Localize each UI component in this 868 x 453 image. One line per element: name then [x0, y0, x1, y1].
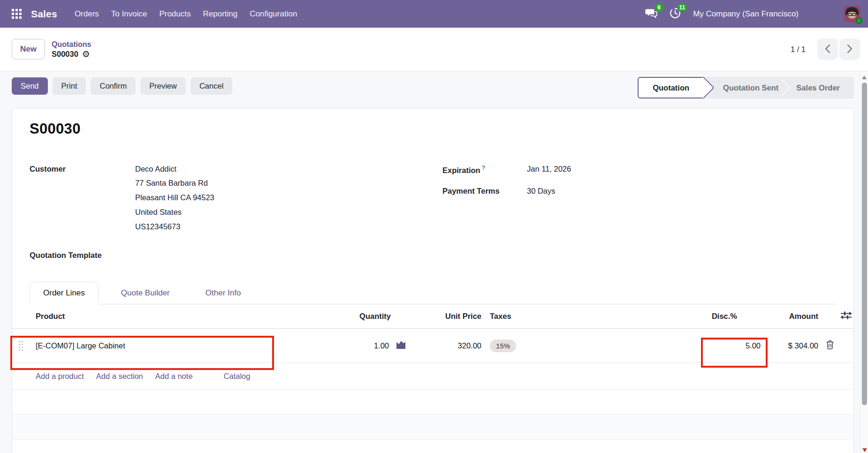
tab-other-info[interactable]: Other Info — [192, 282, 254, 304]
cell-quantity[interactable]: 1.00 — [374, 341, 389, 350]
main-menu: Orders To Invoice Products Reporting Con… — [69, 5, 303, 23]
chevron-right-icon — [846, 44, 853, 55]
messages-icon — [645, 12, 657, 20]
activity-clock-icon — [670, 12, 681, 20]
add-product-link[interactable]: Add a product — [36, 372, 84, 381]
cell-unit-price[interactable]: 320.00 — [409, 341, 482, 350]
order-lines-header: Product Quantity Unit Price Taxes Disc.%… — [12, 304, 853, 329]
status-bar: Quotation Quotation Sent Sales Order — [638, 77, 854, 98]
breadcrumb-quotations-link[interactable]: Quotations — [52, 40, 91, 49]
customer-address-line: United States — [135, 205, 214, 219]
preview-button[interactable]: Preview — [140, 77, 186, 95]
scrollbar-thumb[interactable] — [862, 83, 867, 405]
forecast-chart-icon[interactable] — [395, 340, 407, 352]
breadcrumb: Quotations S00030 ⚙ — [52, 40, 91, 59]
expiration-date-field[interactable]: Jan 11, 2026 — [527, 165, 571, 175]
optional-columns-icon[interactable] — [840, 311, 853, 322]
action-buttons: Send Print Confirm Preview Cancel — [12, 77, 232, 95]
menu-reporting[interactable]: Reporting — [197, 5, 244, 23]
menu-products[interactable]: Products — [153, 5, 197, 23]
activities-button[interactable]: 11 — [670, 8, 681, 21]
cancel-button[interactable]: Cancel — [190, 77, 232, 95]
cell-taxes-badge[interactable]: 15% — [490, 340, 516, 352]
messages-button[interactable]: 6 — [645, 8, 657, 21]
column-header-discount[interactable]: Disc.% — [554, 312, 761, 321]
help-question-icon: ? — [482, 165, 485, 171]
cell-amount: $ 304.00 — [761, 341, 822, 350]
scroll-down-icon[interactable] — [862, 448, 867, 452]
app-name: Sales — [31, 8, 57, 20]
new-button[interactable]: New — [12, 39, 45, 60]
empty-row — [12, 415, 853, 440]
scroll-up-icon[interactable] — [862, 76, 867, 79]
catalog-link[interactable]: Catalog — [224, 372, 251, 381]
order-line-row: [E-COM07] Large Cabinet 1.00 320.00 15% … — [12, 329, 853, 363]
vertical-scrollbar[interactable] — [860, 71, 868, 453]
pager-next-button[interactable] — [839, 38, 860, 60]
send-button[interactable]: Send — [12, 77, 48, 95]
column-header-quantity[interactable]: Quantity — [282, 312, 409, 321]
pager-previous-button[interactable] — [817, 38, 838, 60]
cell-product[interactable]: [E-COM07] Large Cabinet — [29, 341, 282, 350]
online-status-dot — [856, 17, 862, 24]
order-lines-footer: Add a product Add a section Add a note C… — [12, 363, 853, 390]
top-navbar: Sales Orders To Invoice Products Reporti… — [0, 0, 868, 28]
add-note-link[interactable]: Add a note — [155, 372, 193, 381]
confirm-button[interactable]: Confirm — [91, 77, 136, 95]
print-button[interactable]: Print — [53, 77, 86, 95]
activities-count-badge: 11 — [677, 3, 687, 12]
menu-to-invoice[interactable]: To Invoice — [105, 5, 153, 23]
column-header-product[interactable]: Product — [29, 312, 282, 321]
delete-row-icon[interactable] — [826, 340, 834, 351]
control-panel: New Quotations S00030 ⚙ 1 / 1 — [0, 28, 868, 71]
customer-name-field[interactable]: Deco Addict — [135, 165, 214, 174]
payment-terms-field[interactable]: 30 Days — [527, 187, 556, 196]
column-header-taxes[interactable]: Taxes — [482, 312, 554, 321]
customer-label: Customer — [30, 165, 135, 234]
column-header-unit-price[interactable]: Unit Price — [409, 312, 482, 321]
user-avatar[interactable] — [844, 6, 860, 23]
gear-icon[interactable]: ⚙ — [82, 50, 90, 59]
empty-row — [12, 390, 853, 415]
expiration-label: Expiration? — [442, 165, 527, 175]
pager-counter: 1 / 1 — [791, 45, 806, 54]
payment-terms-label: Payment Terms — [442, 187, 527, 196]
column-header-amount[interactable]: Amount — [761, 312, 822, 321]
drag-handle[interactable] — [12, 341, 29, 351]
chevron-left-icon — [824, 44, 831, 55]
notebook-tabs: Order Lines Quote Builder Other Info — [30, 280, 836, 304]
tab-quote-builder[interactable]: Quote Builder — [108, 282, 183, 304]
apps-grid-icon[interactable] — [12, 9, 22, 19]
quotation-template-label: Quotation Template — [30, 251, 836, 260]
stage-quotation[interactable]: Quotation — [638, 77, 703, 98]
stage-sales-order[interactable]: Sales Order — [784, 77, 854, 98]
workspace: Send Print Confirm Preview Cancel Quotat… — [0, 71, 868, 453]
form-sheet: S00030 Customer Deco Addict 77 Santa Bar… — [12, 108, 854, 453]
messages-count-badge: 6 — [655, 3, 663, 12]
breadcrumb-current: S00030 — [52, 49, 78, 59]
add-section-link[interactable]: Add a section — [96, 372, 143, 381]
quotation-title: S00030 — [30, 121, 836, 137]
cell-discount[interactable]: 5.00 — [554, 341, 761, 350]
customer-address-line: US12345673 — [135, 219, 214, 234]
customer-address-line: 77 Santa Barbara Rd — [135, 176, 214, 190]
tab-order-lines[interactable]: Order Lines — [30, 282, 99, 304]
company-switcher[interactable]: My Company (San Francisco) — [693, 9, 799, 19]
menu-configuration[interactable]: Configuration — [244, 5, 303, 23]
customer-address-line: Pleasant Hill CA 94523 — [135, 190, 214, 205]
menu-orders[interactable]: Orders — [69, 5, 105, 23]
